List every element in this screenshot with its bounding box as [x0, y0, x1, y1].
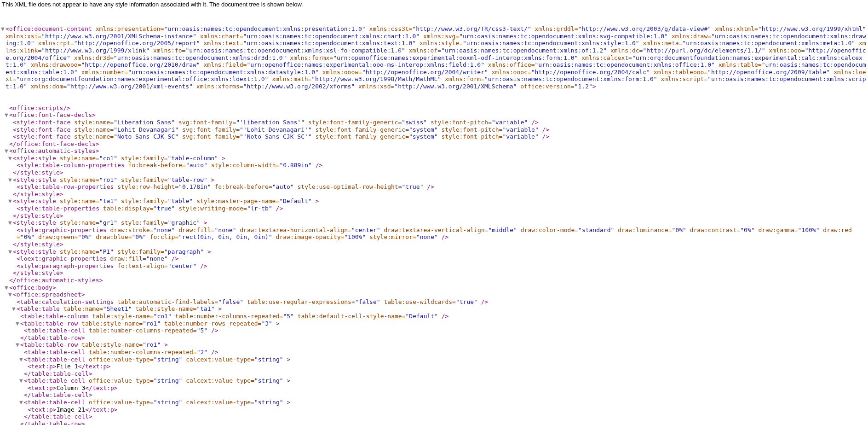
- xml-tag: </office:font-face-decls>: [9, 140, 99, 147]
- xml-line: ▼<table:table-cell office:value-type="st…: [2, 377, 866, 384]
- xml-tag: >: [218, 305, 222, 312]
- xml-attr-name: draw:image-opacity=: [276, 233, 345, 240]
- xml-attr-name: style:name=: [60, 219, 99, 226]
- xml-attr-value: "urn:oasis:names:tc:opendocument:xmlns:x…: [185, 47, 405, 54]
- xml-attr-value: "graphic": [168, 219, 200, 226]
- tree-toggle-icon[interactable]: ▼: [8, 155, 13, 162]
- xml-line: </office:font-face-decls>: [2, 140, 866, 148]
- xml-attr-value: "urn:oasis:names:tc:opendocument:xmlns:d…: [128, 69, 319, 76]
- xml-line: ▼<style:style style:name="ta1" style:fam…: [2, 198, 866, 205]
- xml-attr-name: xmlns:calcext=: [581, 54, 632, 61]
- xml-attr-value: "0%": [20, 233, 34, 240]
- xml-attr-name: xmlns:css3t=: [369, 25, 413, 32]
- xml-attr-value: "ro1": [99, 176, 117, 183]
- xml-tag: </table:table-row>: [20, 420, 85, 425]
- xml-attr-value: "lr-tb": [247, 205, 272, 212]
- xml-attr-value: "true": [402, 183, 424, 190]
- xml-attr-name: style:writing-mode=: [178, 205, 247, 212]
- xml-tag: <text:p>: [28, 363, 57, 370]
- xml-attr-name: xmlns:xsd=: [358, 83, 394, 90]
- xml-attr-value: "none": [153, 227, 175, 233]
- xml-line: ▼<table:table-cell office:value-type="st…: [2, 399, 866, 406]
- xml-attr-value: "none": [146, 255, 168, 262]
- xml-attr-value: "urn:oasis:names:tc:opendocument:xmlns:m…: [682, 40, 855, 47]
- xml-tag: />: [542, 133, 550, 140]
- xml-attr-name: draw:textarea-vertical-align=: [384, 227, 488, 233]
- tree-toggle-icon[interactable]: ▼: [19, 399, 24, 406]
- xml-attr-name: style:font-pitch=: [441, 133, 502, 140]
- xml-tag: <office:scripts/>: [9, 105, 70, 111]
- tree-toggle-icon[interactable]: ▼: [5, 111, 9, 119]
- xml-attr-value: "urn:oasis:names:tc:opendocument:xmlns:d…: [114, 54, 287, 61]
- xml-attr-value: "string": [154, 377, 183, 384]
- xml-attr-name: draw:fill=: [178, 227, 214, 233]
- tree-toggle-icon[interactable]: ▼: [16, 341, 20, 349]
- xml-attr-name: style:column-width=: [211, 162, 280, 169]
- xml-tag: >: [222, 155, 225, 162]
- tree-toggle-icon[interactable]: ▼: [5, 284, 9, 291]
- xml-attr-value: "http://www.w3.org/2001/xml-events": [67, 83, 193, 90]
- xml-attr-name: draw:fill=: [110, 255, 146, 262]
- xml-attr-name: xmlns:script=: [661, 76, 707, 82]
- xml-tag: >: [592, 83, 596, 90]
- xml-tag: />: [211, 327, 218, 334]
- xml-attr-value: "swiss": [402, 119, 427, 126]
- tree-toggle-icon[interactable]: ▼: [19, 356, 24, 363]
- xml-attr-value: "center": [168, 262, 197, 269]
- xml-tag: />: [211, 349, 218, 355]
- xml-attr-value: "urn:oasis:names:tc:opendocument:xmlns:f…: [484, 76, 657, 82]
- xml-tag: </text:p>: [85, 406, 117, 413]
- tree-toggle-icon[interactable]: ▼: [16, 320, 20, 327]
- xml-attr-name: xmlns:field=: [203, 61, 247, 68]
- xml-line: </table:table-row>: [2, 420, 866, 425]
- xml-attr-name: xmlns:ooow=: [322, 69, 362, 76]
- xml-tag: >: [315, 198, 319, 204]
- tree-toggle-icon[interactable]: ▼: [8, 291, 13, 298]
- tree-toggle-icon[interactable]: ▼: [8, 248, 13, 256]
- xml-line: <style:graphic-properties draw:stroke="n…: [2, 227, 866, 241]
- xml-attr-name: xmlns:oooc=: [492, 69, 531, 76]
- xml-attr-value: "ro1": [143, 341, 161, 348]
- xml-attr-value: "true": [456, 298, 477, 305]
- xml-tag: <table:table-cell: [24, 356, 89, 363]
- xml-attr-name: fo:text-align=: [117, 262, 168, 269]
- xml-attr-name: xmlns:xsi=: [6, 33, 41, 40]
- xml-tag: <text:p>: [28, 384, 57, 391]
- xml-root-element: ▼<office:document-content xmlns:presenta…: [2, 25, 866, 90]
- xml-attr-name: style:name=: [74, 119, 114, 126]
- xml-tag: <office:automatic-styles>: [9, 147, 99, 154]
- tree-toggle-icon[interactable]: ▼: [8, 198, 13, 205]
- xml-line: </table:table-cell>: [2, 391, 866, 399]
- xml-attr-name: xmlns:ooo=: [769, 47, 805, 54]
- tree-toggle-icon[interactable]: ▼: [19, 377, 24, 384]
- xml-tag: <table:calculation-settings: [17, 298, 117, 305]
- xml-line: </style:style>: [2, 269, 866, 277]
- xml-attr-name: table:style-name=: [81, 320, 143, 327]
- xml-attr-value: "urn:org:documentfoundation:names:experi…: [16, 76, 268, 82]
- tree-toggle-icon[interactable]: ▼: [8, 219, 13, 227]
- xml-attr-name: table:automatic-find-labels=: [117, 298, 218, 305]
- xml-tag: <style:style: [13, 198, 60, 204]
- tree-toggle-icon[interactable]: ▼: [1, 25, 6, 33]
- xml-tag: />: [442, 233, 449, 240]
- tree-toggle-icon[interactable]: ▼: [5, 147, 9, 155]
- xml-line: ▼<office:font-face-decls>: [2, 111, 866, 119]
- xml-attr-name: xmlns:of=: [409, 47, 441, 54]
- xml-attr-value: "none": [416, 233, 438, 240]
- xml-tag: </style:style>: [13, 269, 63, 276]
- xml-line: ▼<office:body>: [2, 284, 866, 291]
- xml-attr-value: "http://openoffice.org/2010/draw": [81, 61, 200, 68]
- xml-attr-value: "http://openoffice.org/2004/calc": [531, 69, 650, 76]
- xml-attr-value: "'Lohit Devanagari'": [240, 126, 312, 133]
- xml-attr-name: draw:green=: [38, 233, 78, 240]
- xml-tag: >: [276, 320, 280, 327]
- xml-tag: />: [481, 298, 489, 305]
- xml-attr-value: "http://www.w3.org/1999/xhtml": [758, 25, 866, 32]
- xml-tag: </table:table-cell>: [24, 413, 92, 420]
- xml-attr-name: style:name=: [60, 155, 99, 162]
- xml-tag: <table:table-cell: [24, 327, 89, 334]
- tree-toggle-icon[interactable]: ▼: [8, 176, 13, 184]
- tree-toggle-icon[interactable]: ▼: [12, 305, 17, 313]
- xml-attr-value: "center": [351, 227, 380, 233]
- xml-attr-name: svg:font-family=: [182, 133, 240, 140]
